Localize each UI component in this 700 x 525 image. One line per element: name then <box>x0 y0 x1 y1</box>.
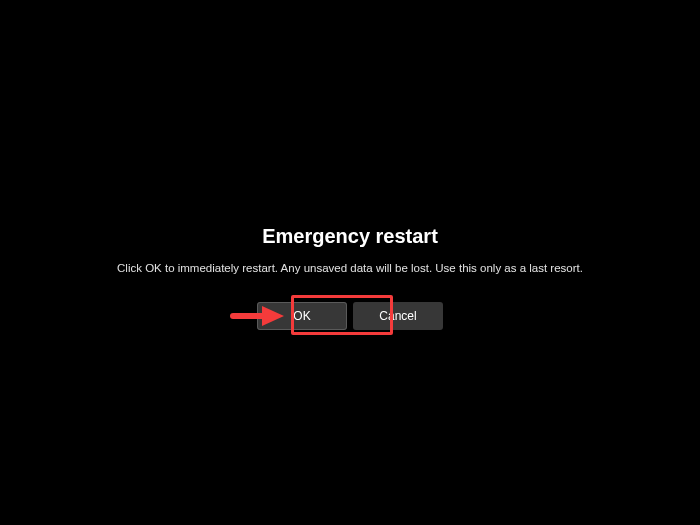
dialog-button-row: OK Cancel <box>0 302 700 330</box>
dialog-message: Click OK to immediately restart. Any uns… <box>0 262 700 274</box>
ok-button[interactable]: OK <box>257 302 347 330</box>
dialog-title: Emergency restart <box>0 225 700 248</box>
emergency-restart-dialog: Emergency restart Click OK to immediatel… <box>0 225 700 330</box>
cancel-button[interactable]: Cancel <box>353 302 443 330</box>
